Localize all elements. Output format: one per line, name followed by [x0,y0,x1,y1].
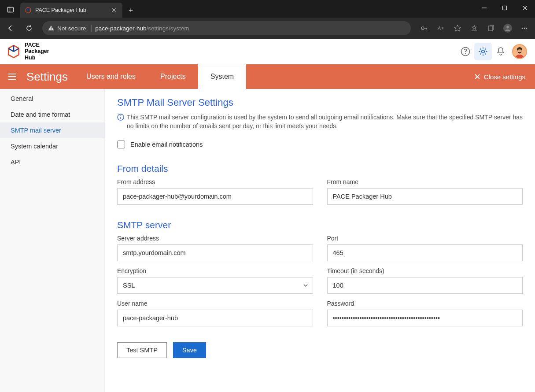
sidebar-item-general[interactable]: General [0,91,104,107]
app-header: PACE Packager Hub [0,39,535,64]
tab-system[interactable]: System [198,64,246,89]
browser-toolbar: Not secure pace-packager-hub/settings/sy… [0,18,535,39]
from-name-input[interactable] [327,188,523,205]
timeout-label: Timeout (in seconds) [327,267,523,274]
back-icon[interactable] [3,20,18,36]
sidebar-item-datetime[interactable]: Date and time format [0,107,104,122]
hamburger-icon[interactable] [0,64,25,89]
password-icon[interactable] [416,20,432,36]
section-from-heading: From details [117,163,523,174]
minimize-icon[interactable] [474,0,494,16]
username-input[interactable] [117,310,313,326]
svg-rect-9 [488,26,493,31]
url: pace-packager-hub/settings/system [95,25,189,32]
collections-icon[interactable] [483,20,499,36]
port-label: Port [327,235,523,242]
tab-title: PACE Packager Hub [35,7,86,13]
tab-users-and-roles[interactable]: Users and roles [74,64,148,89]
password-label: Password [327,300,523,307]
server-address-label: Server address [117,235,313,242]
window-controls [474,0,535,18]
section-server-heading: SMTP server [117,220,523,230]
close-tab-icon[interactable]: ✕ [110,7,118,14]
port-input[interactable] [327,244,523,261]
page-title: Settings [25,64,74,89]
svg-rect-3 [503,6,507,10]
address-bar[interactable]: Not secure pace-packager-hub/settings/sy… [42,21,411,35]
favicon-icon [25,7,32,14]
avatar[interactable] [512,44,527,59]
settings-bar: Settings Users and roles Projects System… [0,64,535,89]
sidebar-item-calendar[interactable]: System calendar [0,138,104,154]
refresh-icon[interactable] [21,20,37,36]
server-address-input[interactable] [117,244,313,261]
svg-rect-1 [8,7,10,12]
app-logo[interactable]: PACE Packager Hub [6,42,49,61]
info-icon [117,114,124,121]
from-address-label: From address [117,178,313,185]
info-banner: This SMTP mail server configuration is u… [117,113,523,131]
svg-point-13 [524,28,525,29]
logo-cube-icon [6,44,21,59]
encryption-label: Encryption [117,267,313,274]
new-tab-button[interactable]: ＋ [124,4,137,17]
read-aloud-icon[interactable]: A [433,20,449,36]
more-icon[interactable] [517,20,532,36]
browser-titlebar: PACE Packager Hub ✕ ＋ [0,0,535,18]
help-icon[interactable] [457,43,474,60]
sidebar: General Date and time format SMTP mail s… [0,89,105,392]
profile-icon[interactable] [500,20,516,36]
svg-rect-4 [51,27,52,29]
timeout-input[interactable] [327,277,523,294]
save-button[interactable]: Save [173,342,206,358]
maximize-icon[interactable] [494,0,515,16]
browser-tab[interactable]: PACE Packager Hub ✕ [20,3,122,18]
svg-point-12 [522,28,523,29]
section-smtp-heading: SMTP Mail Server Settings [117,97,523,108]
svg-rect-5 [51,30,52,30]
from-name-label: From name [327,178,523,185]
svg-rect-0 [8,7,14,12]
gear-icon[interactable] [474,43,492,60]
favorites-bar-icon[interactable] [466,20,482,36]
test-smtp-button[interactable]: Test SMTP [117,342,167,358]
svg-rect-25 [120,117,121,119]
svg-point-17 [482,50,484,52]
close-settings-button[interactable]: Close settings [465,64,535,89]
browser-chrome: PACE Packager Hub ✕ ＋ Not secure pace-pa… [0,0,535,39]
enable-email-row: Enable email notifications [117,141,523,148]
password-input[interactable] [327,310,523,326]
from-address-input[interactable] [117,188,313,205]
username-label: User name [117,300,313,307]
tab-projects[interactable]: Projects [148,64,198,89]
svg-point-6 [421,27,424,30]
enable-email-checkbox[interactable] [117,141,125,148]
svg-point-14 [526,28,528,29]
favorite-icon[interactable] [450,20,465,36]
enable-email-label: Enable email notifications [130,141,203,148]
svg-text:A: A [437,26,441,31]
close-window-icon[interactable] [515,0,535,16]
svg-point-24 [120,115,121,116]
close-icon [474,74,480,80]
warning-icon [48,25,55,32]
sidebar-item-smtp[interactable]: SMTP mail server [0,122,104,138]
security-badge: Not secure [48,25,92,32]
sidebar-item-api[interactable]: API [0,154,104,170]
content: SMTP Mail Server Settings This SMTP mail… [105,89,535,392]
bell-icon[interactable] [492,43,509,60]
encryption-select[interactable]: SSL [117,277,313,294]
svg-point-16 [465,53,466,54]
tab-actions-icon[interactable] [3,2,18,18]
svg-point-11 [506,26,509,29]
